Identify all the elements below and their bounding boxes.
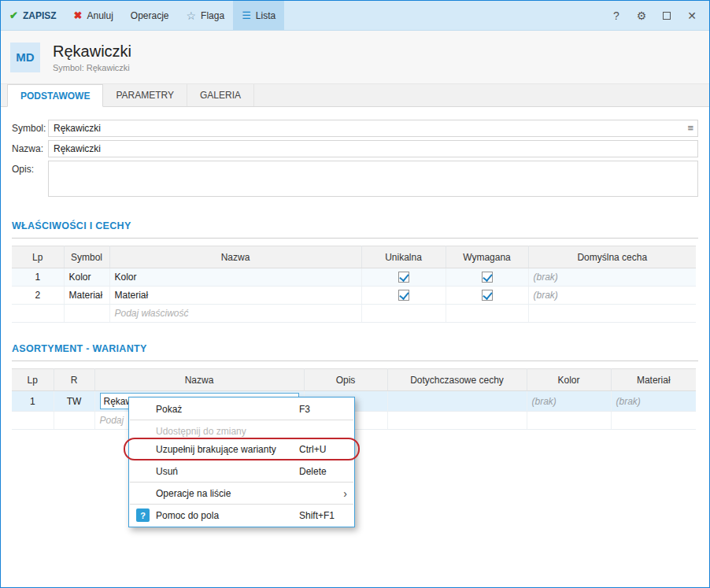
- cell-kolor[interactable]: (brak): [527, 391, 611, 412]
- brak-value: (brak): [534, 290, 558, 301]
- menu-shortcut: Ctrl+U: [299, 444, 348, 455]
- col-header-opis[interactable]: Opis: [304, 369, 387, 391]
- tab-podstawowe[interactable]: PODSTAWOWE: [7, 84, 103, 107]
- close-button[interactable]: ✕: [679, 1, 704, 31]
- col-header-material[interactable]: Materiał: [611, 369, 696, 391]
- tab-galeria[interactable]: GALERIA: [187, 84, 254, 106]
- cancel-button[interactable]: ✖ Anuluj: [65, 1, 122, 30]
- col-header-r[interactable]: R: [54, 369, 94, 391]
- cell-domyslna[interactable]: (brak): [528, 287, 696, 305]
- opis-textarea[interactable]: [48, 161, 698, 197]
- menu-item-label: Operacje na liście: [156, 488, 231, 499]
- menu-item-udostepnij[interactable]: Udostępnij do zmiany: [129, 422, 354, 440]
- cell-nazwa[interactable]: Kolor: [109, 268, 361, 287]
- menu-shortcut: Shift+F1: [299, 510, 348, 521]
- wymagana-checkbox[interactable]: [482, 290, 493, 301]
- context-menu: Pokaż F3 Udostępnij do zmiany Uzupełnij …: [128, 397, 355, 527]
- col-header-lp[interactable]: Lp: [12, 246, 64, 268]
- menu-item-usun[interactable]: Usuń Delete: [129, 462, 354, 480]
- cell-unikalna[interactable]: [361, 268, 446, 287]
- cell-cechy[interactable]: [387, 391, 527, 412]
- cell-lp[interactable]: 2: [12, 287, 64, 305]
- cell-symbol[interactable]: Kolor: [64, 268, 109, 287]
- col-header-kolor[interactable]: Kolor: [527, 369, 611, 391]
- content-area: Symbol: ≡ Nazwa: Opis: WŁAŚCIWOŚCI I CEC…: [1, 107, 709, 587]
- col-header-lp[interactable]: Lp: [12, 369, 54, 391]
- menu-separator: [130, 420, 353, 420]
- field-menu-icon[interactable]: ≡: [687, 122, 693, 134]
- list-icon: ☰: [242, 10, 251, 20]
- cell-unikalna[interactable]: [361, 305, 446, 323]
- unikalna-checkbox[interactable]: [398, 290, 409, 301]
- brak-value: (brak): [532, 396, 557, 407]
- brak-value: (brak): [616, 396, 641, 407]
- col-header-symbol[interactable]: Symbol: [64, 246, 109, 268]
- menu-item-pokaz[interactable]: Pokaż F3: [129, 400, 354, 418]
- list-button-label: Lista: [256, 10, 275, 21]
- page-subtitle: Symbol: Rękawiczki: [53, 63, 131, 72]
- new-row-placeholder: Podaj: [100, 415, 124, 426]
- tabstrip: PODSTAWOWE PARAMETRY GALERIA: [1, 83, 709, 107]
- cell-nazwa[interactable]: Podaj właściwość: [109, 305, 361, 323]
- new-row[interactable]: Podaj właściwość: [12, 305, 696, 323]
- flag-button[interactable]: ☆ Flaga: [178, 1, 234, 30]
- cell-lp[interactable]: [12, 412, 54, 430]
- operations-button[interactable]: Operacje: [122, 1, 178, 30]
- col-header-wymagana[interactable]: Wymagana: [446, 246, 528, 268]
- help-button[interactable]: ?: [604, 1, 629, 31]
- symbol-input-wrap: ≡: [48, 120, 698, 137]
- list-button[interactable]: ☰ Lista: [233, 1, 284, 30]
- cell-domyslna[interactable]: [528, 305, 696, 323]
- wymagana-checkbox[interactable]: [482, 272, 493, 283]
- cell-material[interactable]: [611, 412, 696, 430]
- menu-shortcut: Delete: [299, 466, 348, 477]
- submenu-arrow-icon: ›: [343, 487, 347, 500]
- toolbar: ✔ ZAPISZ ✖ Anuluj Operacje ☆ Flaga ☰ Lis…: [1, 1, 709, 31]
- help-icon: ?: [136, 508, 150, 522]
- cell-cechy[interactable]: [387, 412, 527, 430]
- menu-item-uzupelnij-warianty[interactable]: Uzupełnij brakujące warianty Ctrl+U: [129, 440, 354, 458]
- cell-wymagana[interactable]: [446, 268, 528, 287]
- table-row[interactable]: 2 Materiał Materiał (brak): [12, 287, 696, 305]
- tab-parametry[interactable]: PARAMETRY: [103, 84, 187, 106]
- symbol-input[interactable]: [48, 120, 698, 137]
- titlebar-buttons: ? ⚙ ✕: [604, 1, 709, 30]
- menu-item-operacje-na-liscie[interactable]: Operacje na liście ›: [129, 484, 354, 502]
- operations-button-label: Operacje: [131, 10, 169, 21]
- table-row[interactable]: 1 Kolor Kolor (brak): [12, 268, 696, 287]
- cell-wymagana[interactable]: [446, 287, 528, 305]
- col-header-domyslna[interactable]: Domyślna cecha: [528, 246, 696, 268]
- menu-item-pomoc-do-pola[interactable]: ? Pomoc do pola Shift+F1: [129, 506, 354, 524]
- settings-button[interactable]: ⚙: [629, 1, 654, 31]
- cell-unikalna[interactable]: [361, 287, 446, 305]
- close-icon: ✕: [687, 9, 697, 22]
- col-header-nazwa[interactable]: Nazwa: [109, 246, 361, 268]
- save-button[interactable]: ✔ ZAPISZ: [1, 1, 65, 30]
- cell-lp[interactable]: [12, 305, 64, 323]
- section-divider: [12, 361, 698, 361]
- cell-kolor[interactable]: [527, 412, 611, 430]
- maximize-button[interactable]: [654, 1, 679, 31]
- cell-lp[interactable]: 1: [12, 391, 54, 412]
- cell-lp[interactable]: 1: [12, 268, 64, 287]
- col-header-unikalna[interactable]: Unikalna: [361, 246, 446, 268]
- brak-value: (brak): [534, 272, 558, 283]
- nazwa-input[interactable]: [48, 140, 698, 157]
- opis-row: Opis:: [12, 161, 698, 200]
- cell-material[interactable]: (brak): [611, 391, 696, 412]
- cell-symbol[interactable]: Materiał: [64, 287, 109, 305]
- cell-nazwa[interactable]: Materiał: [109, 287, 361, 305]
- menu-item-label: Udostępnij do zmiany: [156, 426, 246, 437]
- menu-shortcut: F3: [299, 404, 348, 415]
- cell-r[interactable]: TW: [54, 391, 94, 412]
- cell-symbol[interactable]: [64, 305, 109, 323]
- help-icon: ?: [613, 9, 619, 22]
- cell-r[interactable]: [54, 412, 94, 430]
- cell-wymagana[interactable]: [446, 305, 528, 323]
- menu-item-label: Pomoc do pola: [156, 510, 219, 521]
- col-header-nazwa[interactable]: Nazwa: [94, 369, 304, 391]
- symbol-label: Symbol:: [12, 120, 48, 137]
- col-header-cechy[interactable]: Dotychczasowe cechy: [387, 369, 527, 391]
- unikalna-checkbox[interactable]: [398, 272, 409, 283]
- cell-domyslna[interactable]: (brak): [528, 268, 696, 287]
